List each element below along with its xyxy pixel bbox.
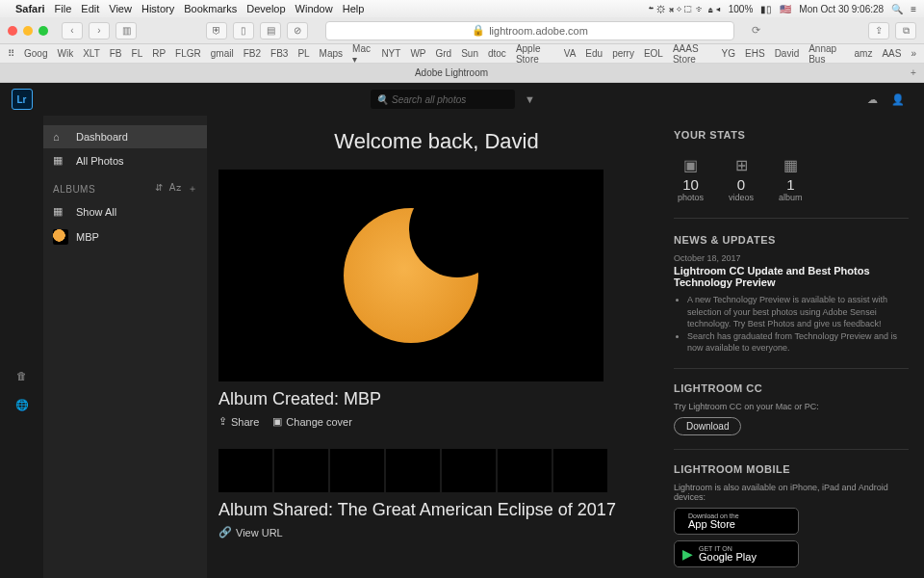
bm[interactable]: RP: [152, 48, 166, 59]
bm[interactable]: FB2: [244, 48, 261, 59]
lightroom-logo[interactable]: Lr: [0, 89, 43, 110]
search-placeholder: Search all photos: [392, 94, 466, 105]
thumb[interactable]: [330, 449, 384, 492]
zoom-window-button[interactable]: [38, 26, 48, 36]
bm[interactable]: David: [775, 48, 800, 59]
bm[interactable]: FB: [110, 48, 122, 59]
thumb[interactable]: [218, 449, 272, 492]
bm[interactable]: NYT: [381, 48, 400, 59]
news-headline[interactable]: Lightroom CC Update and Best Photos Tech…: [674, 265, 909, 288]
bm[interactable]: perry: [612, 48, 634, 59]
bm[interactable]: FB3: [270, 48, 288, 59]
show-bookmarks-icon[interactable]: ⠿: [8, 48, 14, 59]
forward-button[interactable]: ›: [89, 22, 110, 39]
menu-view[interactable]: View: [109, 3, 132, 14]
tabs-button[interactable]: ⧉: [895, 22, 916, 39]
reload-icon[interactable]: ⟳: [752, 24, 760, 37]
bm[interactable]: Apple Store: [516, 44, 554, 64]
bm[interactable]: amz: [855, 48, 873, 59]
cloud-icon[interactable]: ☁: [867, 93, 878, 106]
new-tab-button[interactable]: +: [903, 67, 924, 78]
sidebar-button[interactable]: ▥: [116, 22, 137, 39]
thumb[interactable]: [553, 449, 607, 492]
bm[interactable]: Wik: [57, 48, 73, 59]
album-hero-image[interactable]: [218, 170, 603, 381]
thumb[interactable]: [386, 449, 440, 492]
thumb[interactable]: [274, 449, 328, 492]
bm[interactable]: dtoc: [488, 48, 506, 59]
bm[interactable]: FL: [132, 48, 143, 59]
news-header: NEWS & UPDATES: [674, 234, 909, 246]
tab-lightroom[interactable]: Adobe Lightroom: [0, 65, 903, 81]
bm[interactable]: AAS: [882, 48, 901, 59]
bm[interactable]: Maps: [320, 48, 343, 59]
stat-videos: ⊞ 0 videos: [729, 156, 754, 202]
address-bar[interactable]: 🔒 lightroom.adobe.com: [325, 21, 734, 40]
bm[interactable]: WP: [410, 48, 425, 59]
app-store-button[interactable]: Download on theApp Store: [674, 508, 799, 535]
share-button[interactable]: ⇪: [868, 22, 889, 39]
bm[interactable]: Edu: [585, 48, 603, 59]
menu-history[interactable]: History: [141, 3, 174, 14]
download-button[interactable]: Download: [674, 417, 741, 435]
minimize-window-button[interactable]: [23, 26, 33, 36]
thumb[interactable]: [442, 449, 496, 492]
toolbar-btn-4[interactable]: ⊘: [287, 22, 308, 39]
cc-desc: Try Lightroom CC on your Mac or PC:: [674, 402, 909, 411]
menu-bookmarks[interactable]: Bookmarks: [184, 3, 237, 14]
az-icon[interactable]: Aᴢ: [169, 182, 182, 196]
bm[interactable]: Mac ▾: [352, 44, 372, 64]
filter-icon[interactable]: ▼: [525, 93, 535, 105]
bm[interactable]: XLT: [83, 48, 100, 59]
profile-icon[interactable]: 👤: [891, 93, 905, 106]
sidebar-item-show-all[interactable]: ▦ Show All: [43, 199, 207, 223]
app-name[interactable]: Safari: [15, 3, 45, 14]
bm[interactable]: Annap Bus: [808, 44, 844, 64]
bm[interactable]: EOL: [644, 48, 663, 59]
notifications-icon[interactable]: ≡: [911, 4, 916, 14]
sidebar-label: MBP: [76, 231, 99, 243]
menu-develop[interactable]: Develop: [246, 3, 285, 14]
view-url-button[interactable]: 🔗View URL: [218, 526, 283, 539]
battery-icon: ▮▯: [760, 4, 772, 14]
toolbar-btn-2[interactable]: ▯: [233, 22, 254, 39]
macos-menubar: Safari File Edit View History Bookmarks …: [0, 0, 924, 17]
close-window-button[interactable]: [8, 26, 17, 36]
bookmarks-overflow[interactable]: »: [911, 48, 916, 59]
sidebar-item-album-mbp[interactable]: MBP: [43, 223, 207, 250]
bm[interactable]: VA: [564, 48, 577, 59]
input-flag[interactable]: 🇺🇸: [780, 4, 791, 14]
bm[interactable]: Grd: [436, 48, 452, 59]
sidebar-item-dashboard[interactable]: ⌂ Dashboard: [43, 125, 207, 148]
share-button[interactable]: ⇪Share: [218, 415, 259, 428]
menu-edit[interactable]: Edit: [81, 3, 99, 14]
add-album-icon[interactable]: ＋: [188, 182, 198, 196]
share-icon: ⇪: [218, 415, 227, 428]
bm[interactable]: FLGR: [175, 48, 201, 59]
menu-help[interactable]: Help: [343, 3, 365, 14]
sidebar-item-all-photos[interactable]: ▦ All Photos: [43, 148, 207, 172]
thumb[interactable]: [498, 449, 552, 492]
globe-icon[interactable]: 🌐: [13, 395, 32, 414]
menu-window[interactable]: Window: [295, 3, 333, 14]
trash-icon[interactable]: 🗑: [13, 366, 32, 385]
news-date: October 18, 2017: [674, 253, 909, 263]
battery-percent: 100%: [729, 4, 754, 14]
bm[interactable]: AAAS Store: [673, 44, 712, 64]
menu-file[interactable]: File: [55, 3, 72, 14]
bm[interactable]: YG: [722, 48, 735, 59]
bm[interactable]: Goog: [24, 48, 47, 59]
bm[interactable]: Sun: [461, 48, 478, 59]
toolbar-btn-3[interactable]: ▤: [260, 22, 281, 39]
search-input[interactable]: 🔍 Search all photos: [371, 90, 515, 109]
sort-icon[interactable]: ⇵: [155, 182, 164, 196]
album-shared-title: Album Shared: The Great American Eclipse…: [218, 500, 654, 520]
bm[interactable]: EHS: [745, 48, 765, 59]
bm[interactable]: PL: [297, 48, 309, 59]
spotlight-icon[interactable]: 🔍: [891, 4, 903, 14]
toolbar-btn-1[interactable]: ⛨: [206, 22, 227, 39]
change-cover-button[interactable]: ▣Change cover: [272, 415, 352, 428]
google-play-button[interactable]: ▶ GET IT ONGoogle Play: [674, 540, 799, 567]
bm[interactable]: gmail: [211, 48, 234, 59]
back-button[interactable]: ‹: [62, 22, 83, 39]
